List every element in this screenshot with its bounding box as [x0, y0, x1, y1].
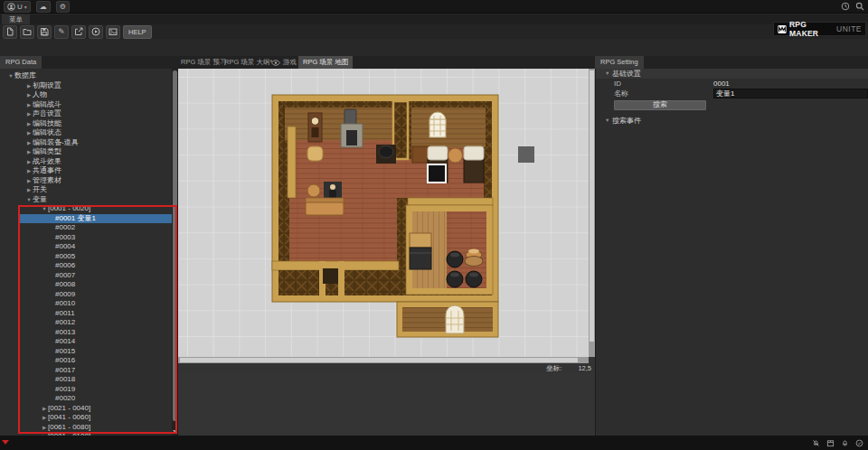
tree-item-variable[interactable]: #0014 — [0, 337, 172, 347]
tree-collapsed-icon[interactable]: ▶ — [41, 404, 48, 414]
tree-item[interactable]: ▶ 人物 — [0, 90, 172, 100]
tree-item[interactable]: ▶ 编辑战斗 — [0, 100, 172, 110]
tree-item[interactable]: ▶ 战斗效果 — [0, 157, 172, 167]
help-button[interactable]: HELP — [123, 25, 152, 39]
play-button[interactable] — [89, 25, 103, 39]
tree-collapsed-icon[interactable]: ▶ — [41, 413, 48, 423]
tree-item[interactable]: ▶ 编辑类型 — [0, 147, 172, 157]
tree-scrollbar-thumb[interactable] — [173, 70, 177, 421]
edit-button[interactable]: ✎ — [54, 25, 69, 39]
name-input[interactable] — [713, 89, 868, 98]
tree-collapsed-icon[interactable]: ▶ — [25, 185, 33, 195]
notifications-icon[interactable] — [841, 439, 849, 447]
menu-tab[interactable]: 菜单 — [2, 14, 30, 24]
tree-group-label: [0061 - 0080] — [48, 423, 90, 433]
tree-collapsed-icon[interactable]: ▶ — [25, 81, 33, 91]
tree-collapsed-icon[interactable]: ▶ — [41, 423, 48, 433]
tab-scene-preview[interactable]: RPG 场景 预习 — [181, 56, 226, 69]
tree-collapsed-icon[interactable]: ▶ — [25, 147, 33, 157]
tree-group[interactable]: ▶ [0021 - 0040] — [0, 404, 172, 414]
cloud-button[interactable]: ☁ — [36, 1, 51, 13]
tree-item-variable[interactable]: #0006 — [0, 261, 172, 271]
tree-item-variable[interactable]: #0019 — [0, 385, 172, 395]
tree-group[interactable]: ▶ [0061 - 0080] — [0, 423, 172, 433]
new-project-button[interactable] — [3, 25, 17, 39]
brand-name: RPG MAKER — [789, 20, 834, 38]
tree-item[interactable]: ▶ 共通事件 — [0, 166, 172, 176]
tree-collapsed-icon[interactable]: ▶ — [25, 176, 33, 186]
map-horizontal-scrollbar[interactable] — [178, 357, 589, 363]
tree-item-variable-selected[interactable]: #0001 变量1 — [19, 214, 172, 224]
search-button[interactable]: 搜索 — [614, 100, 706, 110]
left-panel: ▼ 数据库 ▶ 初期设置 ▶ 人物 ▶ — [0, 69, 178, 436]
selected-tile-marker[interactable] — [518, 146, 534, 163]
tree-collapsed-icon[interactable]: ▶ — [25, 157, 33, 167]
tree-item-variable[interactable]: #0011 — [0, 309, 172, 319]
tree-group[interactable]: ▶ [0041 - 0060] — [0, 413, 172, 423]
image-button[interactable] — [106, 25, 120, 39]
tree-item-label: 编辑装备-道具 — [33, 138, 79, 148]
tree-item-variable[interactable]: #0007 — [0, 271, 172, 281]
group-search-events[interactable]: ▼ 搜索事件 — [596, 116, 868, 126]
tree-item-variable[interactable]: #0003 — [0, 233, 172, 243]
tree-item-variable[interactable]: #0002 — [0, 223, 172, 233]
map-canvas[interactable] — [178, 69, 589, 357]
tree-expanded-icon[interactable]: ▼ — [41, 204, 48, 214]
tree-item-variables[interactable]: ▼ 变量 — [0, 195, 172, 205]
tree-item-variable[interactable]: #0005 — [0, 252, 172, 262]
group-basic-settings[interactable]: ▼ 基础设置 — [596, 69, 868, 79]
tree-collapsed-icon[interactable]: ▶ — [25, 138, 33, 148]
package-icon[interactable] — [826, 439, 835, 447]
tree-root-database[interactable]: ▼ 数据库 — [0, 71, 172, 81]
tree-item[interactable]: ▶ 编辑技能 — [0, 119, 172, 129]
tree-item-variable[interactable]: #0012 — [0, 318, 172, 328]
tree-collapsed-icon[interactable]: ▶ — [25, 109, 33, 119]
tab-rpg-data[interactable]: RPG Data — [0, 56, 42, 69]
house-map — [272, 95, 498, 337]
tab-scene-map[interactable]: RPG 场景 地图 — [298, 56, 353, 69]
tree-item[interactable]: ▶ 声音设置 — [0, 109, 172, 119]
map-vertical-scrollbar[interactable] — [589, 69, 595, 357]
tree-item-variable[interactable]: #0020 — [0, 394, 172, 404]
tree-group-0001-0020[interactable]: ▼ [0001 - 0020] — [0, 204, 172, 214]
tree-item[interactable]: ▶ 开关 — [0, 185, 172, 195]
tab-rpg-setting[interactable]: RPG Setting — [595, 56, 644, 69]
search-icon[interactable] — [855, 2, 864, 11]
history-icon[interactable] — [841, 2, 850, 11]
status-check-icon[interactable] — [855, 439, 863, 447]
tree-item[interactable]: ▶ 初期设置 — [0, 81, 172, 91]
mute-icon[interactable] — [812, 439, 820, 447]
map-hscroll-thumb[interactable] — [180, 358, 578, 362]
tree-item[interactable]: ▶ 编辑装备-道具 — [0, 138, 172, 148]
tree-item-variable[interactable]: #0010 — [0, 299, 172, 309]
tab-game[interactable]: 游戏 — [271, 56, 297, 69]
settings-button[interactable]: ⚙ — [56, 1, 70, 13]
tree-collapsed-icon[interactable]: ▶ — [25, 100, 33, 110]
tree-item[interactable]: ▶ 管理素材 — [0, 176, 172, 186]
tree-scrollbar[interactable] — [172, 69, 178, 436]
tree-expanded-icon[interactable]: ▼ — [25, 195, 33, 205]
tree-expanded-icon[interactable]: ▼ — [605, 69, 612, 79]
tree-item-variable[interactable]: #0013 — [0, 328, 172, 338]
tree-collapsed-icon[interactable]: ▶ — [25, 119, 33, 129]
tree-item-variable[interactable]: #0008 — [0, 280, 172, 290]
open-project-button[interactable] — [20, 25, 34, 39]
tree-collapsed-icon[interactable]: ▶ — [25, 166, 33, 176]
tree-item-variable[interactable]: #0004 — [0, 242, 172, 252]
tree-collapsed-icon[interactable]: ▶ — [25, 128, 33, 138]
tree-expanded-icon[interactable]: ▼ — [7, 71, 14, 81]
map-vscroll-thumb[interactable] — [590, 70, 594, 342]
tab-scene-outline[interactable]: RPG 场景 大纲* — [224, 56, 272, 69]
tree-item-variable[interactable]: #0009 — [0, 290, 172, 300]
tree-expanded-icon[interactable]: ▼ — [605, 116, 612, 126]
export-button[interactable] — [71, 25, 86, 39]
tree-item[interactable]: ▶ 编辑状态 — [0, 128, 172, 138]
tree-item-variable[interactable]: #0017 — [0, 366, 172, 376]
tree-item-variable[interactable]: #0016 — [0, 356, 172, 366]
tree-collapsed-icon[interactable]: ▶ — [25, 90, 33, 100]
tile-cursor[interactable] — [428, 164, 446, 183]
save-button[interactable] — [37, 25, 52, 39]
account-button[interactable]: U ▾ — [4, 1, 31, 13]
tree-item-variable[interactable]: #0018 — [0, 375, 172, 385]
tree-item-variable[interactable]: #0015 — [0, 347, 172, 357]
